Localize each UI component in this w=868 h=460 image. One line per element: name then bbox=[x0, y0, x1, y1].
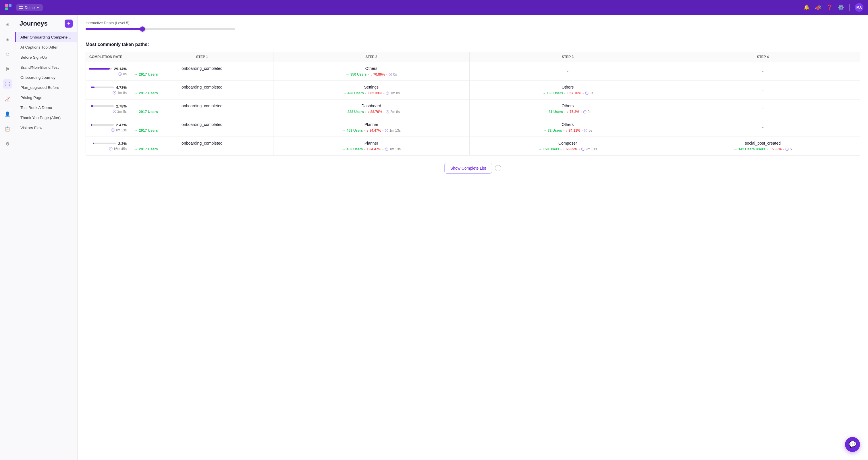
sidebar-item-before-signup[interactable]: Before Sign-Up bbox=[15, 52, 77, 62]
nav-book[interactable]: 📋 bbox=[3, 124, 12, 134]
svg-rect-3 bbox=[19, 6, 21, 7]
step1-cell-1: onboarding_completed → 2917 Users bbox=[131, 81, 273, 99]
sidebar-item-onboarding-journey[interactable]: Onboarding Journey bbox=[15, 73, 77, 83]
sidebar-item-thank-you-page[interactable]: Thank You Page (After) bbox=[15, 113, 77, 123]
step3-cell-4: Composer → 150 Users ● ↓ 66.89% ● 9m 31s bbox=[470, 137, 666, 155]
topnav-right: 🔔 📣 ❓ ⚙️ MA bbox=[803, 3, 863, 12]
avatar[interactable]: MA bbox=[855, 3, 863, 12]
chat-bubble[interactable]: 💬 bbox=[845, 437, 860, 452]
clock-icon bbox=[109, 147, 113, 151]
depth-slider[interactable] bbox=[86, 28, 235, 30]
col-header-2: STEP 2 bbox=[273, 52, 469, 62]
rate-pct: 4.73% bbox=[116, 85, 127, 90]
sidebar-item-after-onboarding[interactable]: After Onboarding Complete... bbox=[15, 32, 77, 42]
step4-cell-2: - bbox=[666, 99, 860, 118]
clock-icon bbox=[389, 73, 392, 76]
depth-label: Interactive Depth (Level 5) bbox=[86, 21, 860, 25]
table-row: 2.3% 16m 45s onboarding_completed → 2917… bbox=[86, 137, 860, 155]
nav-chart[interactable]: 📈 bbox=[3, 94, 12, 104]
sidebar-item-test-book-demo[interactable]: Test Book A Demo bbox=[15, 103, 77, 113]
slider-thumb[interactable] bbox=[140, 26, 145, 32]
table-row: 2.78% 2m 8s onboarding_completed → 2917 … bbox=[86, 99, 860, 118]
col-header-0: COMPLETION RATE bbox=[86, 52, 131, 62]
step3-cell-3: Others → 72 Users ● ↓ 84.11% ● 0s bbox=[470, 118, 666, 137]
megaphone-icon[interactable]: 📣 bbox=[815, 4, 821, 11]
sidebar-item-brand-nonbrand[interactable]: Brand/Non-Brand Test bbox=[15, 62, 77, 73]
clock-icon bbox=[386, 91, 389, 95]
nav-home[interactable]: ⊞ bbox=[3, 20, 12, 29]
table-row: 4.73% 1m 8s onboarding_completed → 2917 … bbox=[86, 81, 860, 99]
step2-cell-3: Planner → 453 Users ● ↓ 84.47% ● 1m 13s bbox=[273, 118, 469, 137]
sidebar-item-visitors-flow[interactable]: Visitors Flow bbox=[15, 123, 77, 133]
sidebar-item-pricing-page[interactable]: Pricing Page bbox=[15, 93, 77, 103]
rate-pct: 2.3% bbox=[118, 141, 127, 146]
show-complete-button[interactable]: Show Complete List bbox=[444, 163, 492, 174]
rate-pct: 2.78% bbox=[116, 104, 127, 108]
switcher-icon bbox=[19, 5, 23, 9]
step1-cell-2: onboarding_completed → 2917 Users bbox=[131, 99, 273, 118]
topnav: Demo 🔔 📣 ❓ ⚙️ MA bbox=[0, 0, 868, 15]
completion-rate-cell-0: 29.14% 0s bbox=[86, 62, 131, 81]
app-name: Demo bbox=[25, 5, 35, 10]
step4-cell-3: - bbox=[666, 118, 860, 137]
clock-icon bbox=[385, 129, 388, 132]
nav-journeys[interactable]: ⋮⋮ bbox=[3, 79, 12, 89]
rate-time: 16m 45s bbox=[109, 147, 127, 151]
rate-time: 1m 13s bbox=[111, 128, 127, 132]
step3-cell-1: Others → 138 Users ● ↓ 67.76% ● 0s bbox=[470, 81, 666, 99]
sidebar-items: After Onboarding Complete...AI Captions … bbox=[15, 32, 77, 133]
nav-target[interactable]: ◎ bbox=[3, 50, 12, 59]
slider-row bbox=[86, 28, 860, 30]
svg-rect-0 bbox=[5, 4, 8, 7]
app-switcher[interactable]: Demo bbox=[16, 4, 43, 11]
question-icon[interactable]: ❓ bbox=[826, 4, 833, 11]
table-row: 2.47% 1m 13s onboarding_completed → 2917… bbox=[86, 118, 860, 137]
clock-icon bbox=[585, 91, 589, 95]
rate-time: 1m 8s bbox=[113, 91, 127, 95]
step2-cell-0: Others → 850 Users ● ↓ 70.86% ● 0s bbox=[273, 62, 469, 81]
nav-flag[interactable]: ⚑ bbox=[3, 64, 12, 74]
topnav-left: Demo bbox=[5, 3, 43, 11]
layout: ⊞ ◈ ◎ ⚑ ⋮⋮ 📈 👤 📋 ⚙ Journeys + After Onbo… bbox=[0, 15, 868, 460]
show-complete-row: Show Complete List i bbox=[86, 157, 860, 179]
table-row: 29.14% 0s onboarding_completed → 2917 Us… bbox=[86, 62, 860, 81]
paths-table: COMPLETION RATESTEP 1STEP 2STEP 3STEP 4 … bbox=[86, 52, 860, 155]
step2-cell-2: Dashboard → 328 Users ● ↓ 88.76% ● 2m 8s bbox=[273, 99, 469, 118]
step4-cell-4: social_post_created → 142 Users Users ● … bbox=[666, 137, 860, 155]
nav-analytics[interactable]: ◈ bbox=[3, 34, 12, 44]
nav-settings[interactable]: ⚙ bbox=[3, 139, 12, 148]
sidebar-item-ai-captions[interactable]: AI Captions Tool After bbox=[15, 42, 77, 52]
col-header-1: STEP 1 bbox=[131, 52, 273, 62]
main-content: Interactive Depth (Level 5) Most commonl… bbox=[78, 15, 868, 460]
step1-cell-4: onboarding_completed → 2917 Users bbox=[131, 137, 273, 155]
add-journey-button[interactable]: + bbox=[65, 20, 73, 28]
step3-cell-2: Others → 81 Users ● ↓ 75.3% ● 0s bbox=[470, 99, 666, 118]
table-header: COMPLETION RATESTEP 1STEP 2STEP 3STEP 4 bbox=[86, 52, 860, 62]
table-body: 29.14% 0s onboarding_completed → 2917 Us… bbox=[86, 62, 860, 155]
logo-icon bbox=[5, 3, 13, 11]
clock-icon bbox=[385, 147, 388, 151]
step2-cell-4: Planner → 453 Users ● ↓ 84.47% ● 1m 13s bbox=[273, 137, 469, 155]
paths-section: Most commonly taken paths: COMPLETION RA… bbox=[78, 36, 868, 185]
clock-icon bbox=[584, 129, 587, 132]
bell-icon[interactable]: 🔔 bbox=[803, 4, 810, 11]
step4-cell-0: - bbox=[666, 62, 860, 81]
clock-icon bbox=[113, 110, 116, 113]
clock-icon bbox=[785, 147, 789, 151]
slider-fill bbox=[86, 28, 143, 30]
nav-users[interactable]: 👤 bbox=[3, 109, 12, 118]
sidebar-header: Journeys + bbox=[15, 20, 77, 32]
sidebar: Journeys + After Onboarding Complete...A… bbox=[15, 15, 78, 460]
info-icon[interactable]: i bbox=[495, 165, 501, 171]
completion-rate-cell-1: 4.73% 1m 8s bbox=[86, 81, 131, 99]
gear-icon[interactable]: ⚙️ bbox=[838, 4, 844, 11]
depth-section: Interactive Depth (Level 5) bbox=[78, 15, 868, 36]
step2-cell-1: Settings → 428 Users ● ↓ 85.33% ● 1m 8s bbox=[273, 81, 469, 99]
completion-rate-cell-2: 2.78% 2m 8s bbox=[86, 99, 131, 118]
sidebar-item-plan-upgraded[interactable]: Plan_upgraded Before bbox=[15, 83, 77, 93]
clock-icon bbox=[111, 128, 115, 132]
svg-rect-4 bbox=[21, 6, 23, 7]
svg-rect-5 bbox=[19, 8, 21, 9]
clock-icon bbox=[581, 147, 585, 151]
step1-cell-0: onboarding_completed → 2917 Users bbox=[131, 62, 273, 81]
